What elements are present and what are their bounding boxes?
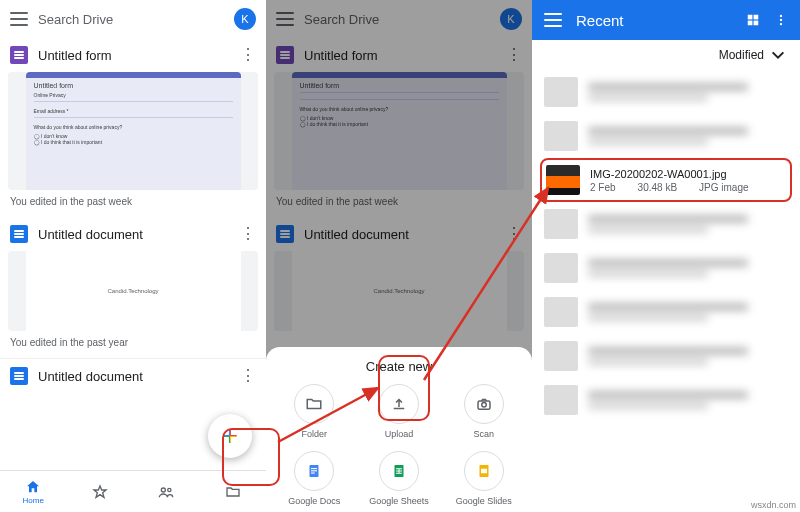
option-upload[interactable]: Upload xyxy=(357,384,442,439)
option-folder[interactable]: Folder xyxy=(272,384,357,439)
nav-home[interactable]: Home xyxy=(0,471,67,512)
image-thumbnail xyxy=(546,165,580,195)
option-scan[interactable]: Scan xyxy=(441,384,526,439)
drive-main-screen: Search Drive K Untitled form ⋮ Untitled … xyxy=(0,0,266,512)
svg-rect-10 xyxy=(481,469,487,474)
svg-point-0 xyxy=(162,488,166,492)
svg-point-16 xyxy=(780,19,782,21)
list-item[interactable] xyxy=(540,114,792,158)
list-item[interactable] xyxy=(540,246,792,290)
camera-icon xyxy=(475,395,493,413)
docs-icon xyxy=(10,225,28,243)
screen-title: Recent xyxy=(576,12,732,29)
svg-rect-7 xyxy=(311,473,315,474)
more-icon[interactable]: ⋮ xyxy=(240,228,256,240)
search-input[interactable]: Search Drive xyxy=(38,12,224,27)
svg-rect-12 xyxy=(754,15,759,20)
star-icon xyxy=(92,484,108,500)
file-title: Untitled document xyxy=(38,369,230,384)
option-docs[interactable]: Google Docs xyxy=(272,451,357,506)
file-thumbnail[interactable]: Candid.Technology xyxy=(8,251,258,331)
menu-icon[interactable] xyxy=(544,13,562,27)
svg-rect-6 xyxy=(311,470,317,471)
list-item[interactable] xyxy=(540,70,792,114)
home-icon xyxy=(25,479,41,495)
list-item[interactable] xyxy=(540,334,792,378)
folder-icon xyxy=(305,395,323,413)
file-title: Untitled form xyxy=(38,48,230,63)
forms-icon xyxy=(10,46,28,64)
svg-point-3 xyxy=(481,403,486,408)
watermark: wsxdn.com xyxy=(751,500,796,510)
nav-shared[interactable] xyxy=(133,471,200,512)
google-slides-icon xyxy=(475,462,493,480)
people-icon xyxy=(158,484,174,500)
list-item-highlighted[interactable]: IMG-20200202-WA0001.jpg 2 Feb 30.48 kB J… xyxy=(540,158,792,202)
list-item[interactable] xyxy=(540,378,792,422)
file-meta: You edited in the past year xyxy=(0,337,266,358)
svg-point-15 xyxy=(780,15,782,17)
google-sheets-icon xyxy=(390,462,408,480)
file-type: JPG image xyxy=(699,182,748,193)
chevron-down-icon xyxy=(770,50,786,60)
upload-icon xyxy=(390,395,408,413)
svg-rect-5 xyxy=(311,468,317,469)
bottom-nav: Home xyxy=(0,470,266,512)
file-date: 2 Feb xyxy=(590,182,616,193)
more-icon[interactable]: ⋮ xyxy=(240,49,256,61)
file-picker-screen: Recent Modified IMG-20200202-WA0001.jpg … xyxy=(532,0,800,512)
account-avatar[interactable]: K xyxy=(234,8,256,30)
docs-icon xyxy=(10,367,28,385)
svg-rect-13 xyxy=(748,21,753,26)
list-item[interactable] xyxy=(540,290,792,334)
list-item[interactable] xyxy=(540,202,792,246)
sheet-title: Create new xyxy=(272,359,526,374)
svg-point-1 xyxy=(168,488,171,491)
svg-rect-14 xyxy=(754,21,759,26)
svg-point-17 xyxy=(780,23,782,25)
nav-files[interactable] xyxy=(200,471,267,512)
option-sheets[interactable]: Google Sheets xyxy=(357,451,442,506)
menu-icon[interactable] xyxy=(10,12,28,26)
grid-view-icon[interactable] xyxy=(746,13,760,27)
sort-toggle[interactable]: Modified xyxy=(532,40,800,70)
file-name: IMG-20200202-WA0001.jpg xyxy=(590,168,786,180)
more-icon[interactable]: ⋮ xyxy=(240,370,256,382)
svg-rect-11 xyxy=(748,15,753,20)
nav-starred[interactable] xyxy=(67,471,134,512)
file-meta: You edited in the past week xyxy=(0,196,266,217)
file-row-doc[interactable]: Untitled document ⋮ xyxy=(0,217,266,251)
file-list: IMG-20200202-WA0001.jpg 2 Feb 30.48 kB J… xyxy=(532,70,800,422)
folder-icon xyxy=(225,484,241,500)
file-size: 30.48 kB xyxy=(638,182,677,193)
more-icon[interactable] xyxy=(774,13,788,27)
file-row-form[interactable]: Untitled form ⋮ xyxy=(0,38,266,72)
file-title: Untitled document xyxy=(38,227,230,242)
file-thumbnail[interactable]: Untitled form Online Privacy Email addre… xyxy=(8,72,258,190)
option-slides[interactable]: Google Slides xyxy=(441,451,526,506)
create-new-sheet: Create new Folder Upload Scan Google Doc… xyxy=(266,347,532,512)
fab-create[interactable]: + xyxy=(208,414,252,458)
drive-create-sheet-screen: Search Drive K Untitled form ⋮ Untitled … xyxy=(266,0,532,512)
google-docs-icon xyxy=(305,462,323,480)
file-row-doc[interactable]: Untitled document ⋮ xyxy=(0,358,266,393)
